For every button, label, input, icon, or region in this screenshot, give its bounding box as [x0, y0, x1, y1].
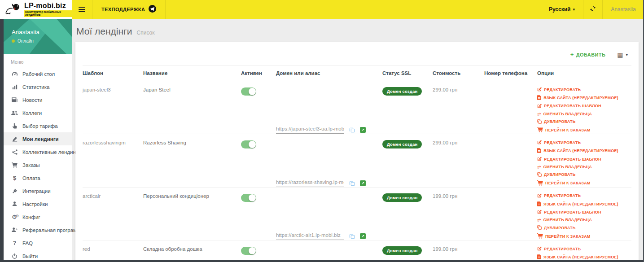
column-header: Домен или алиас — [276, 66, 382, 81]
page-subtitle: Список — [137, 30, 155, 36]
phone-cell — [484, 134, 537, 187]
sidebar-item-news[interactable]: Новости — [4, 93, 72, 106]
name-cell: Japan Steel — [143, 81, 241, 134]
option-label: РЕДАКТИРОВАТЬ — [544, 141, 581, 145]
sidebar-item-stats[interactable]: Статистика — [4, 80, 72, 93]
copy-icon[interactable] — [349, 180, 355, 186]
language-icon — [537, 201, 541, 208]
dashboard-icon — [11, 71, 18, 76]
option-change-owner[interactable]: ⇄СМЕНИТЬ ВЛАДЕЛЬЦА — [537, 165, 628, 170]
sidebar-item-cart[interactable]: Заказы — [4, 158, 72, 171]
table-row: redСкладна обробна дошка↗Домен создан199… — [83, 240, 631, 262]
column-header: Статус SSL — [382, 66, 433, 81]
ssl-status-badge: Домен создан — [382, 87, 422, 96]
table-header-row: ШаблонНазваниеАктивенДомен или алиасСтат… — [83, 65, 631, 81]
sidebar-item-plug[interactable]: Интеграции — [4, 184, 72, 197]
option-label: ДУБЛИРОВАТЬ — [544, 226, 575, 231]
app-window: LP-mobi.biz Конструктор мобильных лендин… — [0, 0, 644, 262]
stats-icon — [11, 84, 18, 90]
option-go-to-orders[interactable]: ПЕРЕЙТИ К ЗАКАЗАМ — [537, 233, 628, 240]
sidebar-item-person-plus[interactable]: Реферальная программа — [4, 223, 72, 236]
sidebar-item-label: Коллеги — [22, 110, 42, 116]
table-row: japan-steel3Japan Steel↗Домен создан299.… — [83, 81, 631, 134]
cart-icon — [537, 233, 543, 240]
options-cell: РЕДАКТИРОВАТЬЯЗЫК САЙТА (НЕРЕДАКТИРУЕМОЕ… — [537, 81, 631, 134]
sidebar-item-question[interactable]: ?FAQ — [4, 236, 72, 249]
option-site-language[interactable]: ЯЗЫК САЙТА (НЕРЕДАКТИРУЕМОЕ) — [537, 254, 628, 261]
domain-input[interactable] — [276, 232, 344, 240]
tech-support-label: ТЕХПОДДЕРЖКА — [101, 7, 145, 12]
option-edit[interactable]: РЕДАКТИРОВАТЬ — [537, 246, 628, 252]
price-cell: 199.00 грн — [433, 240, 484, 262]
option-go-to-orders[interactable]: ПЕРЕЙТИ К ЗАКАЗАМ — [537, 180, 628, 187]
option-change-owner[interactable]: ⇄СМЕНИТЬ ВЛАДЕЛЬЦА — [537, 112, 628, 117]
sidebar-item-gears[interactable]: ⚙⚙Конфиг — [4, 210, 72, 223]
window-edge-bottom — [0, 260, 644, 262]
template-cell: red — [83, 240, 143, 262]
option-duplicate[interactable]: ДУБЛИРОВАТЬ — [537, 225, 628, 231]
option-edit-template[interactable]: РЕДАКТИРОВАТЬ ШАБЛОН — [537, 157, 628, 162]
sidebar-item-dollar[interactable]: $Оплата — [4, 171, 72, 184]
active-toggle[interactable] — [241, 87, 256, 96]
option-site-language[interactable]: ЯЗЫК САЙТА (НЕРЕДАКТИРУЕМОЕ) — [537, 148, 628, 154]
open-site-icon[interactable]: ↗ — [360, 180, 366, 186]
tech-support-button[interactable]: ТЕХПОДДЕРЖКА — [92, 0, 166, 19]
sidebar-item-tariff[interactable]: Выбор тарифа — [4, 119, 72, 132]
option-label: ДУБЛИРОВАТЬ — [544, 120, 575, 124]
sidebar-item-landings[interactable]: Мои лендинги — [4, 132, 72, 145]
option-site-language[interactable]: ЯЗЫК САЙТА (НЕРЕДАКТИРУЕМОЕ) — [537, 95, 628, 101]
language-selector[interactable]: Русский ▾ — [541, 0, 583, 19]
option-change-owner[interactable]: ⇄СМЕНИТЬ ВЛАДЕЛЬЦА — [537, 218, 628, 223]
exchange-icon: ⇄ — [537, 165, 541, 170]
sidebar-item-label: Настройки — [22, 201, 48, 207]
option-site-language[interactable]: ЯЗЫК САЙТА (НЕРЕДАКТИРУЕМОЕ) — [537, 201, 628, 208]
column-header: Название — [143, 66, 241, 81]
sidebar-item-colleagues[interactable]: Коллеги — [4, 106, 72, 119]
sidebar-item-dashboard[interactable]: Рабочий стол — [4, 67, 72, 80]
sidebar-item-share[interactable]: Коллективные лендинги — [4, 145, 72, 158]
domain-input[interactable] — [276, 126, 344, 134]
active-toggle[interactable] — [241, 247, 256, 255]
menu-toggle-button[interactable] — [72, 0, 92, 19]
sidebar-item-label: Выбор тарифа — [22, 123, 58, 129]
refresh-button[interactable] — [583, 0, 603, 19]
account-menu[interactable]: Anastasiia — [603, 0, 644, 19]
gears-icon: ⚙⚙ — [11, 214, 18, 220]
option-duplicate[interactable]: ДУБЛИРОВАТЬ — [537, 119, 628, 125]
sidebar-item-person[interactable]: Настройки — [4, 197, 72, 210]
template-cell: arcticair — [83, 188, 143, 240]
edit-icon — [537, 157, 542, 162]
option-label: РЕДАКТИРОВАТЬ — [544, 194, 581, 198]
sidebar: Anastasiia Онлайн Меню Рабочий столСтати… — [4, 19, 72, 262]
copy-icon[interactable] — [349, 127, 355, 133]
column-header: Опции — [537, 66, 631, 81]
dollar-icon: $ — [11, 175, 18, 181]
option-label: СМЕНИТЬ ВЛАДЕЛЬЦА — [543, 112, 592, 117]
ssl-cell: Домен создан — [382, 188, 433, 240]
column-header: Шаблон — [83, 66, 143, 81]
domain-input[interactable] — [276, 179, 344, 187]
chevron-down-icon: ▾ — [573, 7, 575, 12]
option-edit[interactable]: РЕДАКТИРОВАТЬ — [537, 140, 628, 146]
active-cell — [241, 188, 276, 240]
active-toggle[interactable] — [241, 140, 256, 148]
open-site-icon[interactable]: ↗ — [360, 127, 366, 133]
option-edit[interactable]: РЕДАКТИРОВАТЬ — [537, 87, 628, 93]
plus-icon: + — [570, 51, 574, 58]
active-toggle[interactable] — [241, 194, 256, 202]
question-icon: ? — [11, 240, 18, 246]
option-duplicate[interactable]: ДУБЛИРОВАТЬ — [537, 172, 628, 178]
add-landing-button[interactable]: + ДОБАВИТЬ — [570, 51, 606, 58]
option-edit[interactable]: РЕДАКТИРОВАТЬ — [537, 193, 628, 199]
view-mode-dropdown[interactable]: ▦ ▾ — [617, 52, 628, 58]
logo[interactable]: LP-mobi.biz Конструктор мобильных лендин… — [0, 0, 72, 19]
open-site-icon[interactable]: ↗ — [360, 233, 366, 239]
table-row: razorlessshavingmRazorless Shaving↗Домен… — [83, 134, 631, 187]
language-icon — [537, 148, 541, 154]
copy-icon[interactable] — [349, 233, 355, 239]
option-go-to-orders[interactable]: ПЕРЕЙТИ К ЗАКАЗАМ — [537, 127, 628, 134]
price-cell: 199.00 грн — [433, 188, 484, 240]
sidebar-item-label: Оплата — [22, 175, 40, 181]
option-edit-template[interactable]: РЕДАКТИРОВАТЬ ШАБЛОН — [537, 104, 628, 109]
option-edit-template[interactable]: РЕДАКТИРОВАТЬ ШАБЛОН — [537, 210, 628, 215]
